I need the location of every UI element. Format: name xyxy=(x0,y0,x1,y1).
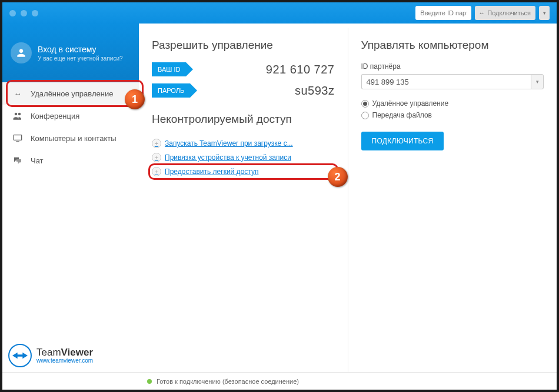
brand-logo: TeamViewer www.teamviewer.com xyxy=(8,344,93,367)
allow-heading: Разрешить управление xyxy=(152,39,335,52)
assign-device-link[interactable]: + Привязка устройства к учетной записи xyxy=(152,150,335,165)
plus-circle-icon: + xyxy=(152,139,161,148)
svg-point-0 xyxy=(15,113,18,116)
password-value: su593z xyxy=(295,84,335,98)
sidebar-item-label: Конференция xyxy=(31,112,79,120)
connect-button[interactable]: ПОДКЛЮЧИТЬСЯ xyxy=(361,132,444,150)
close-icon[interactable] xyxy=(9,10,16,16)
minimize-icon[interactable] xyxy=(21,10,27,16)
unattended-heading: Неконтролируемый доступ xyxy=(152,113,335,126)
status-bar: Готов к подключению (безопасное соединен… xyxy=(2,372,557,390)
connect-top-label: Подключиться xyxy=(487,9,531,16)
control-heading: Управлять компьютером xyxy=(361,39,544,52)
grant-easy-access-link[interactable]: + Предоставить легкий доступ xyxy=(152,165,335,179)
your-id-label: ВАШ ID xyxy=(152,62,186,76)
login-subtitle: У вас еще нет учетной записи? xyxy=(38,55,123,62)
brand-name: TeamViewer xyxy=(36,347,93,358)
link-label: Привязка устройства к учетной записи xyxy=(165,153,291,162)
partner-id-top-input[interactable] xyxy=(415,6,471,20)
partner-id-dropdown[interactable]: ▾ xyxy=(531,74,544,89)
annotation-badge-2: 2 xyxy=(328,167,348,187)
connect-top-button[interactable]: ↔ Подключиться xyxy=(475,6,535,20)
svg-rect-6 xyxy=(16,354,24,356)
sidebar-item-label: Чат xyxy=(31,156,44,165)
partner-id-label: ID партнёра xyxy=(361,62,544,71)
radio-file-transfer[interactable]: Передача файлов xyxy=(361,109,544,121)
people-icon xyxy=(12,112,24,120)
start-on-boot-link[interactable]: + Запускать TeamViewer при загрузке с... xyxy=(152,136,335,150)
chat-icon xyxy=(12,156,24,165)
window-controls xyxy=(9,10,38,16)
app-window: ↔ Подключиться ▾ Вход в систему У вас ещ… xyxy=(0,0,559,392)
teamviewer-icon xyxy=(8,344,32,367)
brand-url[interactable]: www.teamviewer.com xyxy=(36,358,93,364)
control-computer-panel: Управлять компьютером ID партнёра ▾ Удал… xyxy=(348,28,557,372)
monitor-icon xyxy=(12,134,24,142)
titlebar: ↔ Подключиться ▾ xyxy=(2,2,557,24)
svg-rect-2 xyxy=(14,135,21,140)
password-label: ПАРОЛЬ xyxy=(152,83,190,98)
login-title: Вход в систему xyxy=(38,45,123,54)
sidebar-item-label: Компьютеры и контакты xyxy=(31,134,117,143)
status-text: Готов к подключению (безопасное соединен… xyxy=(157,378,299,385)
login-block[interactable]: Вход в систему У вас еще нет учетной зап… xyxy=(2,24,139,82)
plus-circle-icon: + xyxy=(152,153,161,162)
sidebar-item-conference[interactable]: Конференция xyxy=(2,105,139,127)
radio-label: Удалённое управление xyxy=(372,99,449,108)
radio-label: Передача файлов xyxy=(372,111,432,119)
partner-id-input[interactable] xyxy=(361,74,531,89)
radio-off-icon xyxy=(361,112,369,119)
status-dot-icon xyxy=(147,379,152,384)
maximize-icon[interactable] xyxy=(32,10,38,16)
sidebar-item-remote[interactable]: ↔ Удалённое управление 1 xyxy=(2,82,139,105)
radio-on-icon xyxy=(361,100,369,108)
sidebar-item-contacts[interactable]: Компьютеры и контакты xyxy=(2,127,139,149)
swap-icon: ↔ xyxy=(478,9,485,16)
sidebar: Вход в систему У вас еще нет учетной зап… xyxy=(2,24,139,372)
svg-point-1 xyxy=(18,113,21,116)
link-label: Предоставить легкий доступ xyxy=(165,167,258,176)
connect-top-dropdown[interactable]: ▾ xyxy=(539,6,550,20)
plus-circle-icon: + xyxy=(152,167,161,176)
sidebar-item-chat[interactable]: Чат xyxy=(2,149,139,172)
swap-arrows-icon: ↔ xyxy=(12,89,24,98)
link-label: Запускать TeamViewer при загрузке с... xyxy=(165,139,293,148)
sidebar-item-label: Удалённое управление xyxy=(31,89,113,98)
radio-remote-control[interactable]: Удалённое управление xyxy=(361,98,544,109)
avatar-icon xyxy=(11,42,32,63)
allow-control-panel: Разрешить управление ВАШ ID 921 610 727 … xyxy=(139,28,348,372)
your-id-value: 921 610 727 xyxy=(266,63,335,76)
